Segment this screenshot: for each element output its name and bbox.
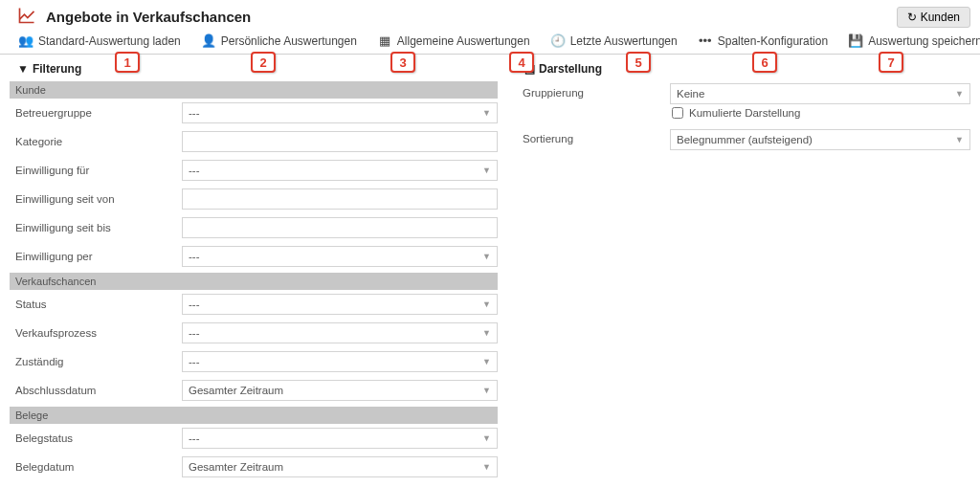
checkbox-kumuliert[interactable] xyxy=(672,107,683,119)
label-sortierung: Sortierung xyxy=(517,129,670,144)
toolbar-save-label: Auswertung speichern xyxy=(868,34,980,48)
toolbar-recent-label: Letzte Auswertungen xyxy=(570,34,678,48)
toolbar-recent[interactable]: 🕘 Letzte Auswertungen xyxy=(551,33,678,48)
select-belegdatum[interactable]: Gesamter Zeitraum▼ xyxy=(182,456,498,477)
marker-3: 3 xyxy=(390,52,415,73)
toolbar-personal[interactable]: 👤 Persönliche Auswertungen xyxy=(202,33,357,48)
marker-2: 2 xyxy=(251,52,276,73)
select-zustandig[interactable]: ---▼ xyxy=(182,351,498,372)
label-belegdatum: Belegdatum xyxy=(10,461,182,473)
toolbar-personal-label: Persönliche Auswertungen xyxy=(221,34,357,48)
toolbar-standard-label: Standard-Auswertung laden xyxy=(38,34,181,48)
select-abschluss[interactable]: Gesamter Zeitraum▼ xyxy=(182,380,498,401)
label-gruppierung: Gruppierung xyxy=(517,83,670,99)
select-gruppierung[interactable]: Keine▼ xyxy=(670,83,970,104)
select-sortierung[interactable]: Belegnummer (aufsteigend)▼ xyxy=(670,129,970,150)
label-betreuergruppe: Betreuergruppe xyxy=(10,107,182,119)
label-einw-seit-bis: Einwilligung seit bis xyxy=(10,222,182,233)
dots-icon: ••• xyxy=(699,33,712,48)
input-einw-seit-bis[interactable]: ▼ xyxy=(182,217,498,238)
toolbar-standard[interactable]: 👥 Standard-Auswertung laden xyxy=(19,33,181,48)
input-einw-seit-von[interactable]: ▼ xyxy=(182,188,498,210)
input-kategorie[interactable]: ▼ xyxy=(182,131,498,152)
users-icon: 👥 xyxy=(19,33,33,48)
toolbar-save[interactable]: 💾 Auswertung speichern xyxy=(849,33,980,48)
line-chart-icon xyxy=(17,6,36,28)
filter-icon: ▼ xyxy=(17,62,29,76)
marker-1: 1 xyxy=(115,52,140,73)
marker-4: 4 xyxy=(509,52,534,73)
label-prozess: Verkaufsprozess xyxy=(10,327,182,339)
label-einw-fuer: Einwilligung für xyxy=(10,165,182,176)
group-kunde: Kunde xyxy=(10,81,498,99)
page-title: Angebote in Verkaufschancen xyxy=(46,9,251,25)
group-belege: Belege xyxy=(10,407,498,424)
select-betreuergruppe[interactable]: ---▼ xyxy=(182,102,498,123)
person-icon: 👤 xyxy=(202,33,215,48)
label-einw-seit-von: Einwilligung seit von xyxy=(10,193,182,205)
toolbar-general[interactable]: ▦ Allgemeine Auswertungen xyxy=(378,33,530,48)
toolbar-columns[interactable]: ••• Spalten-Konfiguration xyxy=(699,33,828,48)
marker-6: 6 xyxy=(752,52,777,73)
select-einw-fuer[interactable]: ---▼ xyxy=(182,160,498,181)
label-abschluss: Abschlussdatum xyxy=(10,385,182,396)
clock-icon: 🕘 xyxy=(551,33,565,48)
grid-icon: ▦ xyxy=(378,33,391,48)
toolbar-general-label: Allgemeine Auswertungen xyxy=(397,34,530,48)
label-belegstatus: Belegstatus xyxy=(10,432,182,444)
label-kumuliert: Kumulierte Darstellung xyxy=(689,107,800,119)
toolbar-columns-label: Spalten-Konfiguration xyxy=(718,34,828,48)
refresh-icon: ↻ xyxy=(907,11,917,24)
kunden-label: Kunden xyxy=(921,11,960,24)
select-belegstatus[interactable]: ---▼ xyxy=(182,428,498,449)
select-prozess[interactable]: ---▼ xyxy=(182,322,498,343)
save-icon: 💾 xyxy=(849,33,862,48)
select-status[interactable]: ---▼ xyxy=(182,294,498,315)
label-status: Status xyxy=(10,299,182,310)
marker-7: 7 xyxy=(879,52,903,73)
label-kategorie: Kategorie xyxy=(10,136,182,147)
select-einw-per[interactable]: ---▼ xyxy=(182,246,498,267)
group-verkaufschancen: Verkaufschancen xyxy=(10,273,498,290)
kunden-refresh-button[interactable]: ↻ Kunden xyxy=(897,7,970,28)
label-zustandig: Zuständig xyxy=(10,356,182,367)
marker-5: 5 xyxy=(626,52,651,73)
label-einw-per: Einwilligung per xyxy=(10,251,182,262)
toolbar: 👥 Standard-Auswertung laden 👤 Persönlich… xyxy=(0,32,980,55)
